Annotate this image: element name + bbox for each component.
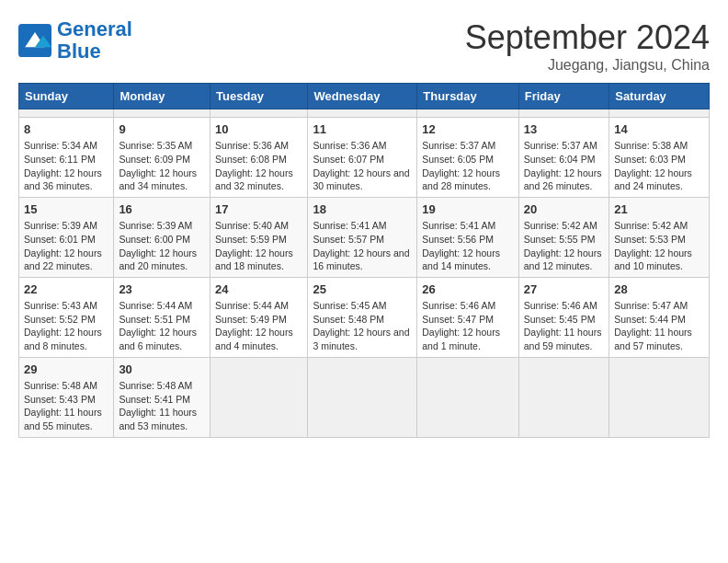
day-number: 27	[524, 282, 604, 298]
calendar-cell: 27Sunrise: 5:46 AMSunset: 5:45 PMDayligh…	[518, 277, 609, 357]
day-number: 17	[215, 201, 302, 218]
day-info: Sunrise: 5:43 AMSunset: 5:52 PMDaylight:…	[24, 299, 108, 353]
day-number: 12	[422, 121, 514, 138]
header-monday: Monday	[114, 84, 210, 109]
calendar-cell: 14Sunrise: 5:38 AMSunset: 6:03 PMDayligh…	[609, 118, 710, 198]
calendar-cell: 8Sunrise: 5:34 AMSunset: 6:11 PMDaylight…	[19, 118, 114, 198]
day-info: Sunrise: 5:36 AMSunset: 6:07 PMDaylight:…	[313, 139, 412, 193]
calendar-cell: 24Sunrise: 5:44 AMSunset: 5:49 PMDayligh…	[210, 277, 308, 357]
calendar-cell	[609, 109, 710, 118]
day-number: 8	[24, 121, 108, 138]
day-number: 25	[313, 282, 412, 298]
logo-line2: Blue	[57, 40, 101, 63]
day-number: 11	[313, 121, 412, 138]
title-block: September 2024 Juegang, Jiangsu, China	[465, 18, 710, 74]
day-number: 13	[524, 121, 604, 138]
calendar-cell: 13Sunrise: 5:37 AMSunset: 6:04 PMDayligh…	[518, 118, 609, 198]
day-info: Sunrise: 5:42 AMSunset: 5:55 PMDaylight:…	[524, 219, 604, 273]
day-number: 20	[524, 201, 604, 218]
day-number: 26	[422, 282, 514, 298]
day-info: Sunrise: 5:44 AMSunset: 5:51 PMDaylight:…	[119, 299, 205, 353]
day-number: 14	[614, 121, 704, 138]
day-info: Sunrise: 5:46 AMSunset: 5:47 PMDaylight:…	[422, 299, 514, 353]
calendar-cell: 22Sunrise: 5:43 AMSunset: 5:52 PMDayligh…	[19, 277, 114, 357]
calendar-cell: 30Sunrise: 5:48 AMSunset: 5:41 PMDayligh…	[114, 357, 210, 437]
header-tuesday: Tuesday	[210, 84, 308, 109]
day-number: 18	[313, 201, 412, 218]
calendar-cell: 21Sunrise: 5:42 AMSunset: 5:53 PMDayligh…	[609, 197, 710, 277]
day-number: 19	[422, 201, 514, 218]
calendar-row: 8Sunrise: 5:34 AMSunset: 6:11 PMDaylight…	[19, 118, 710, 198]
header-saturday: Saturday	[609, 84, 710, 109]
calendar-cell	[609, 357, 710, 437]
location: Juegang, Jiangsu, China	[465, 57, 710, 74]
day-info: Sunrise: 5:38 AMSunset: 6:03 PMDaylight:…	[614, 139, 704, 193]
day-info: Sunrise: 5:44 AMSunset: 5:49 PMDaylight:…	[215, 299, 302, 353]
calendar-cell: 23Sunrise: 5:44 AMSunset: 5:51 PMDayligh…	[114, 277, 210, 357]
calendar-cell: 19Sunrise: 5:41 AMSunset: 5:56 PMDayligh…	[417, 197, 519, 277]
day-info: Sunrise: 5:36 AMSunset: 6:08 PMDaylight:…	[215, 139, 302, 193]
day-number: 30	[119, 362, 205, 378]
calendar-cell: 16Sunrise: 5:39 AMSunset: 6:00 PMDayligh…	[114, 197, 210, 277]
calendar-table: SundayMondayTuesdayWednesdayThursdayFrid…	[18, 83, 710, 438]
logo: General Blue	[18, 18, 132, 63]
calendar-cell	[518, 109, 609, 118]
calendar-cell: 12Sunrise: 5:37 AMSunset: 6:05 PMDayligh…	[417, 118, 519, 198]
calendar-cell: 25Sunrise: 5:45 AMSunset: 5:48 PMDayligh…	[308, 277, 417, 357]
month-title: September 2024	[465, 18, 710, 57]
calendar-row: 29Sunrise: 5:48 AMSunset: 5:43 PMDayligh…	[19, 357, 710, 437]
calendar-row: 15Sunrise: 5:39 AMSunset: 6:01 PMDayligh…	[19, 197, 710, 277]
day-info: Sunrise: 5:41 AMSunset: 5:56 PMDaylight:…	[422, 219, 514, 273]
calendar-cell: 17Sunrise: 5:40 AMSunset: 5:59 PMDayligh…	[210, 197, 308, 277]
day-info: Sunrise: 5:39 AMSunset: 6:00 PMDaylight:…	[119, 219, 205, 273]
page-header: General Blue September 2024 Juegang, Jia…	[18, 18, 710, 74]
calendar-cell	[114, 109, 210, 118]
calendar-cell: 18Sunrise: 5:41 AMSunset: 5:57 PMDayligh…	[308, 197, 417, 277]
header-thursday: Thursday	[417, 84, 519, 109]
day-info: Sunrise: 5:40 AMSunset: 5:59 PMDaylight:…	[215, 219, 302, 273]
day-number: 23	[119, 282, 205, 298]
logo-icon	[18, 24, 51, 57]
day-info: Sunrise: 5:42 AMSunset: 5:53 PMDaylight:…	[614, 219, 704, 273]
calendar-cell: 28Sunrise: 5:47 AMSunset: 5:44 PMDayligh…	[609, 277, 710, 357]
calendar-cell: 20Sunrise: 5:42 AMSunset: 5:55 PMDayligh…	[518, 197, 609, 277]
header-wednesday: Wednesday	[308, 84, 417, 109]
calendar-row: 22Sunrise: 5:43 AMSunset: 5:52 PMDayligh…	[19, 277, 710, 357]
logo-line1: General	[57, 17, 132, 40]
day-number: 28	[614, 282, 704, 298]
header-sunday: Sunday	[19, 84, 114, 109]
day-info: Sunrise: 5:35 AMSunset: 6:09 PMDaylight:…	[119, 139, 205, 193]
day-info: Sunrise: 5:45 AMSunset: 5:48 PMDaylight:…	[313, 299, 412, 353]
header-friday: Friday	[518, 84, 609, 109]
day-number: 10	[215, 121, 302, 138]
day-info: Sunrise: 5:39 AMSunset: 6:01 PMDaylight:…	[24, 219, 108, 273]
calendar-row	[19, 109, 710, 118]
calendar-cell: 11Sunrise: 5:36 AMSunset: 6:07 PMDayligh…	[308, 118, 417, 198]
day-info: Sunrise: 5:47 AMSunset: 5:44 PMDaylight:…	[614, 299, 704, 353]
day-number: 29	[24, 362, 108, 378]
calendar-cell	[417, 109, 519, 118]
calendar-cell	[308, 109, 417, 118]
calendar-cell: 26Sunrise: 5:46 AMSunset: 5:47 PMDayligh…	[417, 277, 519, 357]
day-number: 24	[215, 282, 302, 298]
day-info: Sunrise: 5:48 AMSunset: 5:43 PMDaylight:…	[24, 379, 108, 433]
day-number: 22	[24, 282, 108, 298]
logo-text: General Blue	[57, 18, 132, 63]
calendar-cell	[210, 357, 308, 437]
day-info: Sunrise: 5:41 AMSunset: 5:57 PMDaylight:…	[313, 219, 412, 273]
calendar-cell: 29Sunrise: 5:48 AMSunset: 5:43 PMDayligh…	[19, 357, 114, 437]
calendar-cell	[417, 357, 519, 437]
calendar-cell: 10Sunrise: 5:36 AMSunset: 6:08 PMDayligh…	[210, 118, 308, 198]
day-number: 15	[24, 201, 108, 218]
day-info: Sunrise: 5:37 AMSunset: 6:04 PMDaylight:…	[524, 139, 604, 193]
calendar-cell: 15Sunrise: 5:39 AMSunset: 6:01 PMDayligh…	[19, 197, 114, 277]
calendar-cell	[518, 357, 609, 437]
day-number: 16	[119, 201, 205, 218]
calendar-cell: 9Sunrise: 5:35 AMSunset: 6:09 PMDaylight…	[114, 118, 210, 198]
day-number: 9	[119, 121, 205, 138]
calendar-cell	[19, 109, 114, 118]
day-info: Sunrise: 5:34 AMSunset: 6:11 PMDaylight:…	[24, 139, 108, 193]
day-info: Sunrise: 5:37 AMSunset: 6:05 PMDaylight:…	[422, 139, 514, 193]
day-number: 21	[614, 201, 704, 218]
calendar-cell	[308, 357, 417, 437]
